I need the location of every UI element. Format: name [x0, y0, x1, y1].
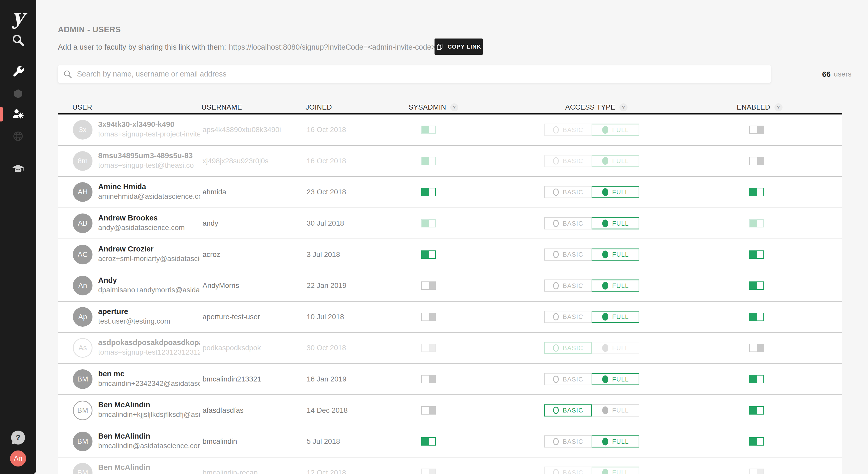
enabled-toggle[interactable] [749, 375, 764, 383]
joined-cell: 3 Jul 2018 [307, 250, 340, 259]
username-cell: xj498jx28su923r0j0s [203, 157, 269, 165]
access-full-button[interactable]: FULL [592, 155, 640, 167]
enabled-toggle[interactable] [749, 313, 764, 321]
access-basic-button[interactable]: BASIC [544, 373, 592, 385]
current-user-avatar[interactable]: An [10, 450, 26, 467]
enabled-help-icon[interactable]: ? [774, 103, 782, 111]
user-identity: asdpokasdposakdpoasdkopask tomas+signup-… [98, 337, 202, 357]
user-count: 66 users [822, 65, 851, 83]
graduation-cap-icon[interactable] [11, 162, 25, 176]
user-identity: Andy dpalmisano+andymorris@asidat… [98, 275, 202, 295]
avatar: Ap [73, 307, 92, 327]
access-basic-button[interactable]: BASIC [544, 279, 592, 292]
column-username: USERNAME [202, 103, 242, 111]
sysadmin-toggle[interactable] [421, 469, 436, 474]
access-basic-button[interactable]: BASIC [544, 436, 592, 448]
sysadmin-toggle[interactable] [421, 406, 436, 415]
access-full-button[interactable]: FULL [592, 248, 640, 261]
access-basic-button[interactable]: BASIC [544, 467, 592, 474]
access-full-button[interactable]: FULL [592, 186, 640, 198]
avatar-initials: BM [77, 469, 88, 474]
search-icon[interactable] [11, 33, 25, 47]
access-full-button[interactable]: FULL [592, 310, 640, 323]
enabled-toggle[interactable] [749, 437, 764, 446]
sysadmin-toggle[interactable] [421, 282, 436, 290]
access-full-button[interactable]: FULL [592, 217, 640, 230]
sysadmin-toggle[interactable] [421, 126, 436, 134]
sysadmin-toggle[interactable] [421, 250, 436, 259]
user-email: tomas+singup-test@theasi.co [98, 160, 200, 170]
radio-ring-icon [553, 251, 559, 258]
sysadmin-toggle[interactable] [421, 188, 436, 196]
access-basic-button[interactable]: BASIC [544, 186, 592, 198]
access-basic-button[interactable]: BASIC [544, 155, 592, 167]
access-basic-label: BASIC [563, 157, 583, 165]
enabled-toggle[interactable] [749, 344, 764, 352]
enabled-toggle[interactable] [749, 469, 764, 474]
access-full-label: FULL [612, 251, 629, 258]
user-gear-icon[interactable] [12, 108, 24, 120]
access-full-label: FULL [612, 313, 629, 321]
active-nav-indicator [0, 107, 3, 121]
access-full-button[interactable]: FULL [592, 279, 640, 292]
avatar-initials: As [79, 344, 87, 352]
access-full-button[interactable]: FULL [592, 124, 640, 136]
globe-icon[interactable] [12, 130, 24, 142]
table-row: 8m 8msu34895um3-489s5u-83 tomas+singup-t… [58, 146, 842, 177]
enabled-toggle[interactable] [749, 219, 764, 228]
avatar: AC [73, 245, 92, 264]
access-basic-button[interactable]: BASIC [544, 310, 592, 323]
radio-ring-icon [553, 407, 559, 414]
table-row: AH Amine Hmida aminehmida@asidatascience… [58, 177, 842, 208]
table-row: BM ben mc bmcaindin+2342342@asidatasci… … [58, 364, 842, 395]
table-row: AC Andrew Crozier acroz+sml-moriarty@asi… [58, 239, 842, 270]
access-basic-button[interactable]: BASIC [544, 404, 592, 416]
radio-dot-icon [602, 438, 609, 445]
radio-ring-icon [553, 188, 559, 196]
radio-dot-icon [602, 282, 609, 290]
enabled-toggle[interactable] [749, 126, 764, 134]
search-input[interactable] [76, 69, 766, 79]
radio-ring-icon [553, 220, 559, 227]
radio-dot-icon [602, 188, 609, 196]
access-type-control: BASIC FULL [544, 373, 640, 385]
username-cell: bmcalindin [203, 437, 237, 446]
access-full-button[interactable]: FULL [592, 467, 640, 474]
avatar: AH [73, 182, 92, 202]
sysadmin-toggle[interactable] [421, 437, 436, 446]
sysadmin-help-icon[interactable]: ? [450, 103, 458, 111]
access-full-button[interactable]: FULL [592, 404, 640, 416]
user-name: Ben McAlindin [98, 431, 200, 441]
help-button[interactable]: ? [11, 431, 25, 445]
access-basic-button[interactable]: BASIC [544, 248, 592, 261]
access-full-button[interactable]: FULL [592, 373, 640, 385]
sysadmin-toggle[interactable] [421, 313, 436, 321]
enabled-toggle[interactable] [749, 282, 764, 290]
access-full-button[interactable]: FULL [592, 342, 640, 354]
avatar: As [73, 338, 92, 358]
sysadmin-toggle[interactable] [421, 219, 436, 228]
access-type-help-icon[interactable]: ? [619, 103, 627, 111]
access-basic-button[interactable]: BASIC [544, 342, 592, 354]
sysadmin-toggle[interactable] [421, 375, 436, 383]
access-full-label: FULL [612, 220, 629, 227]
joined-cell: 14 Dec 2018 [307, 406, 348, 415]
user-identity: Andrew Brookes andy@asidatascience.com [98, 213, 202, 233]
access-basic-label: BASIC [563, 438, 583, 445]
hexagon-icon[interactable] [13, 88, 24, 99]
app-logo[interactable]: y [12, 6, 24, 27]
access-full-button[interactable]: FULL [592, 436, 640, 448]
sysadmin-toggle[interactable] [421, 344, 436, 352]
enabled-toggle[interactable] [749, 157, 764, 165]
joined-cell: 12 Oct 2018 [307, 469, 346, 474]
copy-link-button[interactable]: COPY LINK [435, 38, 483, 55]
access-basic-button[interactable]: BASIC [544, 217, 592, 230]
enabled-toggle[interactable] [749, 250, 764, 259]
access-basic-button[interactable]: BASIC [544, 124, 592, 136]
enabled-toggle[interactable] [749, 188, 764, 196]
enabled-toggle[interactable] [749, 406, 764, 415]
user-name: Amine Hmida [98, 182, 200, 191]
sysadmin-toggle[interactable] [421, 157, 436, 165]
username-cell: andy [203, 219, 218, 228]
wrench-icon[interactable] [12, 65, 24, 78]
